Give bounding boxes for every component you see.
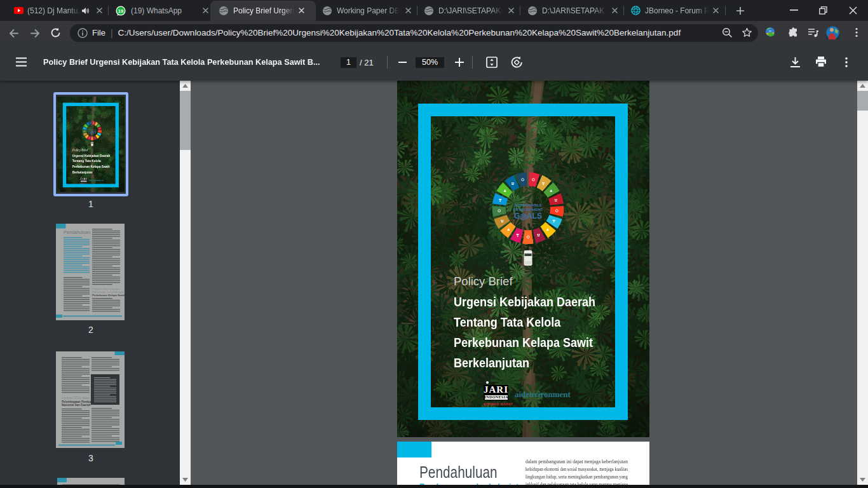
svg-text:G◎ALS: G◎ALS <box>88 132 96 134</box>
svg-text:SUSTAINABLE: SUSTAINABLE <box>88 129 96 130</box>
svg-text:Integrasi SDGs dalam: Integrasi SDGs dalam <box>62 396 90 400</box>
svg-text:Pendahuluan: Pendahuluan <box>64 229 90 235</box>
svg-text:19: 19 <box>118 8 123 14</box>
svg-text:Nasional dan Daerah: Nasional dan Daerah <box>62 403 91 407</box>
svg-text:G◎ALS: G◎ALS <box>514 212 542 220</box>
svg-text:SUSTAINABLE: SUSTAINABLE <box>514 203 542 207</box>
svg-text:Perkebunan Kelapa Sawit: Perkebunan Kelapa Sawit <box>92 294 125 297</box>
